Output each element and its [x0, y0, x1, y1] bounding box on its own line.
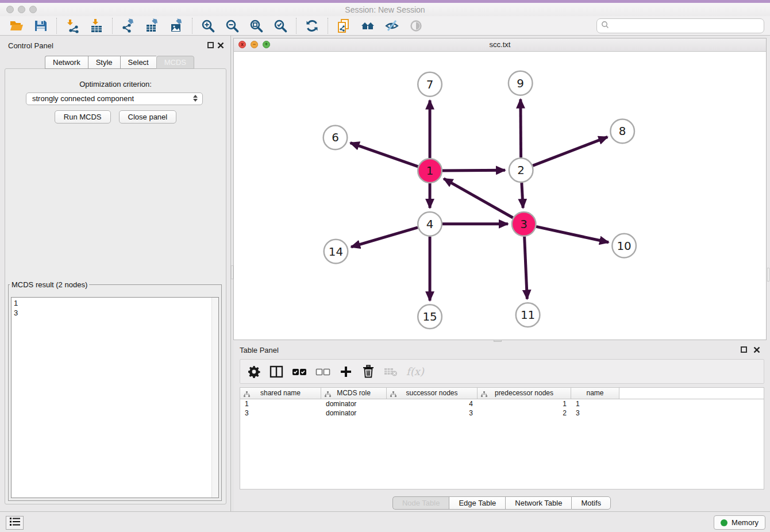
clone-network-icon[interactable]	[336, 18, 351, 33]
run-mcds-button[interactable]: Run MCDS	[55, 110, 111, 124]
task-history-button[interactable]	[6, 516, 24, 530]
column-header-MCDS-role[interactable]: MCDS role	[321, 388, 387, 399]
table-cell[interactable]: 2	[478, 408, 571, 418]
table-cell[interactable]: 3	[571, 408, 619, 418]
close-panel-button[interactable]: Close panel	[119, 110, 177, 124]
column-header-name[interactable]: name	[571, 388, 619, 399]
function-icon: f(x)	[406, 364, 424, 379]
memory-button[interactable]: Memory	[714, 515, 765, 530]
import-table-icon[interactable]	[89, 18, 104, 33]
network-canvas[interactable]: 7968124314101511	[234, 51, 766, 340]
mcds-result-lines: 1 3	[14, 299, 18, 317]
right-splitter-handle-icon[interactable]	[767, 268, 769, 282]
trash-icon[interactable]	[361, 364, 375, 379]
tab-mcds[interactable]: MCDS	[156, 56, 194, 69]
tab-style[interactable]: Style	[88, 56, 120, 69]
zoom-out-icon[interactable]	[225, 18, 240, 33]
edge-1-6[interactable]	[351, 143, 418, 167]
graph-node-10[interactable]: 10	[612, 234, 636, 258]
column-header-label: MCDS role	[337, 389, 371, 397]
deselect-all-icon[interactable]	[315, 364, 330, 379]
graph-node-9[interactable]: 9	[509, 71, 533, 95]
graph-node-7[interactable]: 7	[418, 72, 442, 97]
edge-2-3[interactable]	[522, 183, 523, 208]
edge-2-8[interactable]	[533, 137, 607, 165]
node-label: 4	[426, 218, 434, 231]
column-header-label: successor nodes	[406, 389, 457, 397]
hide-eye-icon[interactable]	[384, 18, 399, 33]
graph-node-3[interactable]: 3	[512, 212, 536, 236]
column-header-shared-name[interactable]: shared name	[240, 388, 321, 399]
columns-icon[interactable]	[270, 364, 283, 379]
float-table-panel-icon[interactable]	[741, 346, 747, 353]
edge-4-14[interactable]	[351, 228, 418, 247]
edge-3-11[interactable]	[525, 237, 528, 299]
close-network-button[interactable]: x	[238, 41, 246, 48]
float-panel-icon[interactable]	[207, 42, 214, 48]
memory-label: Memory	[732, 518, 759, 527]
edge-3-10[interactable]	[536, 226, 609, 242]
toolbar-separator	[328, 18, 328, 34]
minimize-network-button[interactable]: −	[251, 41, 258, 48]
table-cell[interactable]: 3	[387, 408, 478, 418]
table-cell[interactable]: dominator	[321, 408, 387, 418]
select-all-icon[interactable]	[292, 364, 307, 379]
graph-node-4[interactable]: 4	[418, 212, 442, 236]
result-scrollbar[interactable]	[211, 298, 218, 498]
edge-3-1[interactable]	[444, 179, 513, 218]
table-cell[interactable]: 3	[240, 408, 321, 418]
zoom-selected-icon[interactable]	[273, 18, 288, 33]
network-graph[interactable]: 7968124314101511	[234, 51, 766, 340]
graph-node-2[interactable]: 2	[509, 158, 533, 182]
export-image-icon[interactable]	[169, 18, 184, 33]
gear-icon[interactable]	[247, 364, 261, 379]
close-table-panel-icon[interactable]	[753, 345, 760, 353]
network-window-titlebar[interactable]: x−+ scc.txt	[234, 38, 766, 52]
graph-node-6[interactable]: 6	[324, 125, 348, 149]
edge-2-9[interactable]	[521, 99, 521, 158]
export-network-icon[interactable]	[121, 18, 136, 33]
export-table-icon[interactable]	[145, 18, 160, 33]
graph-node-1[interactable]: 1	[418, 159, 442, 183]
table-cell[interactable]: 1	[571, 399, 619, 408]
save-icon[interactable]	[33, 18, 48, 33]
edge-1-2[interactable]	[442, 170, 505, 171]
tab-network[interactable]: Network	[45, 56, 88, 69]
table-cell[interactable]: 1	[240, 399, 321, 408]
column-header-successor-nodes[interactable]: successor nodes	[387, 388, 478, 399]
table-cell[interactable]: 1	[478, 399, 571, 408]
zoom-fit-icon[interactable]	[249, 18, 264, 33]
column-header-label: shared name	[260, 389, 301, 397]
node-table: shared nameMCDS rolesuccessor nodesprede…	[240, 387, 764, 489]
tab-node-table[interactable]: Node Table	[392, 496, 449, 510]
table-cell[interactable]: 4	[387, 399, 478, 408]
tab-select[interactable]: Select	[120, 56, 156, 69]
toolbar-separator	[192, 18, 192, 34]
home-icon[interactable]	[360, 18, 375, 33]
add-icon[interactable]	[339, 364, 353, 379]
graph-node-11[interactable]: 11	[516, 303, 540, 327]
table-row[interactable]: 1dominator411	[240, 399, 764, 408]
table-cell[interactable]: dominator	[321, 399, 387, 408]
control-panel-title: Control Panel	[8, 41, 53, 50]
tab-edge-table[interactable]: Edge Table	[449, 496, 505, 510]
network-window-title: scc.txt	[234, 38, 766, 51]
search-box[interactable]	[596, 18, 764, 33]
network-window: x−+ scc.txt 7968124314101511	[233, 38, 767, 340]
close-panel-icon[interactable]	[217, 41, 224, 49]
tab-motifs[interactable]: Motifs	[571, 496, 611, 510]
table-row[interactable]: 3dominator323	[240, 408, 764, 418]
graph-node-14[interactable]: 14	[324, 240, 348, 264]
tab-network-table[interactable]: Network Table	[505, 496, 571, 510]
graph-node-15[interactable]: 15	[418, 304, 442, 329]
zoom-network-button[interactable]: +	[263, 41, 270, 48]
zoom-in-icon[interactable]	[201, 18, 215, 33]
refresh-icon[interactable]	[305, 18, 319, 33]
column-header-predecessor-nodes[interactable]: predecessor nodes	[478, 388, 571, 399]
optimization-criterion-dropdown[interactable]: strongly connected component	[26, 92, 203, 105]
open-folder-icon[interactable]	[9, 18, 24, 33]
graph-node-8[interactable]: 8	[610, 119, 634, 144]
mcds-result-text[interactable]: 1 3	[11, 297, 219, 498]
search-input[interactable]	[610, 21, 764, 31]
import-network-icon[interactable]	[65, 18, 80, 33]
